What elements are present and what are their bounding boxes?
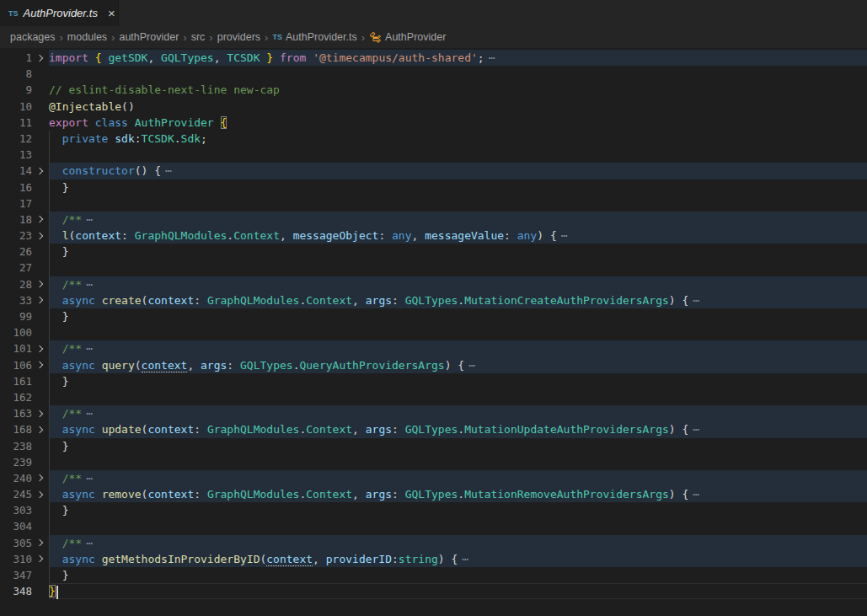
code-line[interactable]: 168 async update(context: GraphQLModules… — [0, 421, 867, 437]
code-token: } — [49, 440, 68, 453]
code-token: args — [366, 488, 392, 501]
fold-chevron-icon[interactable] — [32, 486, 49, 502]
code-token: : — [121, 229, 135, 242]
code-line[interactable]: 305 /**⋯ — [0, 535, 867, 551]
code-line[interactable]: 240 /**⋯ — [0, 470, 867, 486]
code-token: : — [227, 359, 240, 372]
tab-authprovider[interactable]: TS AuthProvider.ts × — [0, 0, 119, 26]
code-line[interactable]: 161 } — [0, 373, 867, 389]
fold-chevron-icon[interactable] — [32, 292, 49, 308]
code-line[interactable]: 101 /**⋯ — [0, 340, 867, 356]
code-line[interactable]: 8 — [0, 66, 867, 82]
folded-code-ellipsis[interactable]: ⋯ — [693, 294, 699, 307]
code-token: async — [62, 488, 102, 501]
fold-chevron-icon[interactable] — [32, 50, 49, 66]
folded-code-ellipsis[interactable]: ⋯ — [693, 488, 699, 501]
code-line[interactable]: 23 l(context: GraphQLModules.Context, me… — [0, 228, 867, 244]
code-line[interactable]: 304 — [0, 518, 867, 534]
code-token: : — [504, 229, 517, 242]
code-line[interactable]: 26 } — [0, 244, 867, 260]
fold-chevron-spacer — [32, 373, 49, 389]
code-line[interactable]: 347 } — [0, 567, 867, 583]
code-text — [49, 66, 867, 82]
close-icon[interactable]: × — [108, 7, 115, 19]
folded-code-ellipsis[interactable]: ⋯ — [86, 472, 93, 485]
line-number: 27 — [0, 260, 32, 276]
folded-code-ellipsis[interactable]: ⋯ — [165, 164, 172, 177]
code-line[interactable]: 9// eslint-disable-next-line new-cap — [0, 82, 867, 98]
code-line[interactable]: 106 async query(context, args: GQLTypes.… — [0, 357, 867, 373]
code-token: } — [49, 569, 68, 581]
code-token: : — [194, 423, 207, 436]
folded-code-ellipsis[interactable]: ⋯ — [561, 229, 568, 242]
fold-chevron-icon[interactable] — [32, 535, 49, 551]
code-line[interactable]: 16 } — [0, 179, 867, 196]
code-token: AuthProvider — [135, 116, 221, 129]
code-line[interactable]: 162 — [0, 389, 867, 405]
breadcrumb-item-modules[interactable]: modules — [67, 31, 107, 43]
folded-code-ellipsis[interactable]: ⋯ — [86, 537, 93, 549]
breadcrumb-item-providers[interactable]: providers — [217, 31, 260, 43]
code-line[interactable]: 17 — [0, 196, 867, 212]
code-token: () — [121, 100, 135, 113]
code-line[interactable]: 13 — [0, 147, 867, 163]
code-token — [49, 423, 62, 436]
code-line[interactable]: 163 /**⋯ — [0, 405, 867, 421]
line-number: 303 — [0, 502, 32, 518]
fold-chevron-icon[interactable] — [32, 421, 49, 437]
code-line[interactable]: 28 /**⋯ — [0, 276, 867, 292]
folded-code-ellipsis[interactable]: ⋯ — [489, 51, 495, 64]
code-area[interactable]: 1import { getSDK, GQLTypes, TCSDK } from… — [0, 48, 867, 616]
code-line[interactable]: 99 } — [0, 308, 867, 324]
code-line[interactable]: 10@Injectable() — [0, 99, 867, 115]
code-line[interactable]: 11export class AuthProvider { — [0, 115, 867, 131]
folded-code-ellipsis[interactable]: ⋯ — [86, 342, 93, 355]
folded-code-ellipsis[interactable]: ⋯ — [468, 359, 475, 372]
code-token: } — [49, 375, 68, 388]
fold-chevron-icon[interactable] — [32, 212, 49, 228]
code-token: } — [49, 585, 56, 597]
code-line[interactable]: 33 async create(context: GraphQLModules.… — [0, 292, 867, 308]
code-token: ) { — [445, 359, 464, 372]
code-text — [49, 196, 867, 212]
code-line[interactable]: 14 constructor() {⋯ — [0, 163, 867, 179]
code-line[interactable]: 18 /**⋯ — [0, 212, 867, 228]
code-line[interactable]: 245 async remove(context: GraphQLModules… — [0, 486, 867, 502]
breadcrumb-item-authprovider-class[interactable]: AuthProvider — [369, 31, 446, 44]
code-line[interactable]: 27 — [0, 260, 867, 276]
fold-chevron-icon[interactable] — [32, 405, 49, 421]
typescript-file-icon: TS — [8, 9, 19, 18]
breadcrumb-item-authprovider-dir[interactable]: authProvider — [119, 31, 179, 43]
code-token: class — [95, 116, 135, 129]
code-line[interactable]: 310 async getMethodsInProviderByID(conte… — [0, 551, 867, 567]
code-line[interactable]: 303 } — [0, 502, 867, 518]
code-line[interactable]: 100 — [0, 324, 867, 340]
fold-chevron-icon[interactable] — [32, 470, 49, 486]
fold-chevron-spacer — [32, 99, 49, 115]
breadcrumb-item-authprovider-file[interactable]: TS AuthProvider.ts — [272, 31, 356, 43]
code-line[interactable]: 1import { getSDK, GQLTypes, TCSDK } from… — [0, 50, 867, 66]
code-line[interactable]: 348} — [0, 583, 867, 599]
code-token: Context — [306, 488, 352, 501]
fold-chevron-spacer — [32, 567, 49, 583]
code-token: : — [135, 132, 142, 145]
folded-code-ellipsis[interactable]: ⋯ — [462, 553, 468, 565]
fold-chevron-icon[interactable] — [32, 228, 49, 244]
code-line[interactable]: 239 — [0, 454, 867, 470]
fold-chevron-icon[interactable] — [32, 163, 49, 179]
breadcrumb-item-src[interactable]: src — [191, 31, 206, 43]
fold-chevron-icon[interactable] — [32, 340, 49, 356]
folded-code-ellipsis[interactable]: ⋯ — [86, 213, 93, 226]
folded-code-ellipsis[interactable]: ⋯ — [86, 407, 93, 420]
folded-code-ellipsis[interactable]: ⋯ — [86, 278, 93, 291]
fold-chevron-icon[interactable] — [32, 551, 49, 567]
code-line[interactable]: 238 } — [0, 438, 867, 454]
fold-chevron-icon[interactable] — [32, 357, 49, 373]
fold-chevron-icon[interactable] — [32, 276, 49, 292]
code-token: { — [95, 51, 109, 64]
folded-code-ellipsis[interactable]: ⋯ — [693, 423, 699, 436]
code-line[interactable]: 12 private sdk:TCSDK.Sdk; — [0, 131, 867, 147]
line-number: 99 — [0, 308, 32, 324]
code-text — [49, 324, 867, 340]
breadcrumb-item-packages[interactable]: packages — [10, 31, 56, 43]
